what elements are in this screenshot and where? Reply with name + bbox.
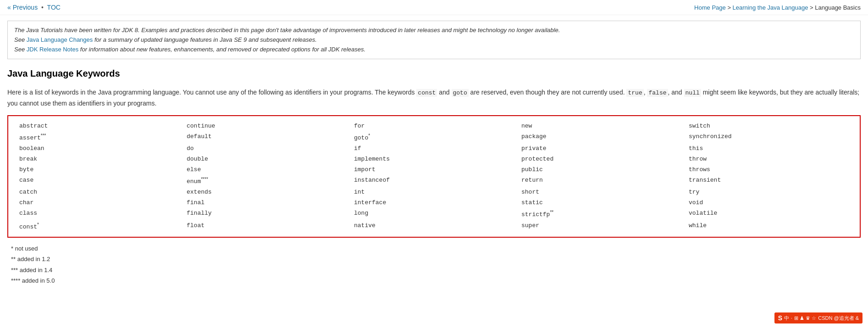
keyword-cell: if <box>350 143 518 154</box>
java-language-changes-link[interactable]: Java Language Changes <box>27 36 93 43</box>
keyword-cell: static <box>518 197 685 208</box>
keyword-cell: continue <box>183 121 350 131</box>
keyword-cell: protected <box>518 154 685 164</box>
jdk-release-notes-link[interactable]: JDK Release Notes <box>27 46 78 53</box>
main-content: Java Language Keywords Here is a list of… <box>0 65 868 290</box>
keywords-table: abstractcontinuefornewswitchassert***def… <box>16 121 852 232</box>
keyword-cell: while <box>685 220 852 232</box>
footnotes: * not used** added in 1.2*** added in 1.… <box>7 243 861 286</box>
const-code: const <box>416 89 437 97</box>
keyword-cell: throws <box>685 164 852 175</box>
keyword-cell: super <box>518 220 685 232</box>
notice-line3: See JDK Release Notes for information ab… <box>14 45 854 55</box>
keyword-cell: switch <box>685 121 852 131</box>
keyword-cell: final <box>183 197 350 208</box>
keyword-cell: private <box>518 143 685 154</box>
keyword-cell: short <box>518 187 685 197</box>
keyword-cell: abstract <box>16 121 183 131</box>
notice-box: The Java Tutorials have been written for… <box>7 21 861 59</box>
keyword-cell: interface <box>350 197 518 208</box>
keyword-cell: int <box>350 187 518 197</box>
section-description: Here is a list of keywords in the Java p… <box>7 87 861 108</box>
notice-line2: See Java Language Changes for a summary … <box>14 35 854 45</box>
keyword-cell: else <box>183 164 350 175</box>
keyword-cell: import <box>350 164 518 175</box>
keyword-cell: extends <box>183 187 350 197</box>
footnote-item: ** added in 1.2 <box>11 254 861 264</box>
keyword-cell: return <box>518 175 685 187</box>
toc-link[interactable]: TOC <box>47 4 61 11</box>
notice-text3: for information about new features, enha… <box>78 46 365 53</box>
false-code: false <box>647 89 668 97</box>
footnote-item: * not used <box>11 243 861 254</box>
breadcrumb-home[interactable]: Home Page <box>694 4 726 11</box>
keyword-cell: native <box>350 220 518 232</box>
goto-code: goto <box>452 89 469 97</box>
keyword-cell: for <box>350 121 518 131</box>
desc-text5: , and <box>668 89 684 96</box>
keyword-cell: break <box>16 154 183 164</box>
keyword-cell: synchronized <box>685 131 852 143</box>
keyword-cell: char <box>16 197 183 208</box>
desc-text2: and <box>437 89 451 96</box>
notice-text1: The Java Tutorials have been written for… <box>14 27 560 33</box>
keyword-cell: byte <box>16 164 183 175</box>
notice-see1: See <box>14 36 27 43</box>
desc-text3: are reserved, even though they are not c… <box>469 89 627 96</box>
keyword-cell: const* <box>16 220 183 232</box>
keyword-cell: do <box>183 143 350 154</box>
breadcrumb-learning[interactable]: Learning the Java Language <box>733 4 808 11</box>
keyword-cell: void <box>685 197 852 208</box>
nav-bar: « Previous • TOC Home Page > Learning th… <box>0 0 868 15</box>
keyword-cell: boolean <box>16 143 183 154</box>
keyword-cell: try <box>685 187 852 197</box>
keyword-cell: default <box>183 131 350 143</box>
keyword-cell: throw <box>685 154 852 164</box>
notice-line1: The Java Tutorials have been written for… <box>14 26 854 35</box>
keyword-cell: catch <box>16 187 183 197</box>
keyword-cell: strictfp** <box>518 208 685 220</box>
desc-text1: Here is a list of keywords in the Java p… <box>7 89 416 96</box>
keywords-table-container: abstractcontinuefornewswitchassert***def… <box>7 115 861 238</box>
page-title: Java Language Keywords <box>7 68 861 81</box>
footnote-item: *** added in 1.4 <box>11 265 861 275</box>
notice-text2: for a summary of updated language featur… <box>93 36 317 43</box>
keyword-cell: float <box>183 220 350 232</box>
footnote-item: **** added in 5.0 <box>11 275 861 286</box>
keyword-cell: long <box>350 208 518 220</box>
keyword-cell: implements <box>350 154 518 164</box>
keyword-cell: goto* <box>350 131 518 143</box>
nav-separator: • <box>41 4 44 11</box>
notice-see2: See <box>14 46 27 53</box>
null-code: null <box>684 89 701 97</box>
keyword-cell: volatile <box>685 208 852 220</box>
breadcrumb: Home Page > Learning the Java Language >… <box>694 4 861 11</box>
keyword-cell: class <box>16 208 183 220</box>
nav-left: « Previous • TOC <box>7 4 61 11</box>
keyword-cell: new <box>518 121 685 131</box>
previous-link[interactable]: « Previous <box>7 4 38 11</box>
keyword-cell: assert*** <box>16 131 183 143</box>
breadcrumb-current: Language Basics <box>815 4 861 11</box>
keyword-cell: double <box>183 154 350 164</box>
keyword-cell: instanceof <box>350 175 518 187</box>
keyword-cell: case <box>16 175 183 187</box>
keyword-cell: enum**** <box>183 175 350 187</box>
keyword-cell: finally <box>183 208 350 220</box>
true-code: true <box>626 89 643 97</box>
keyword-cell: package <box>518 131 685 143</box>
breadcrumb-sep2: > <box>810 4 815 11</box>
breadcrumb-sep1: > <box>727 4 732 11</box>
keyword-cell: this <box>685 143 852 154</box>
keyword-cell: transient <box>685 175 852 187</box>
keyword-cell: public <box>518 164 685 175</box>
